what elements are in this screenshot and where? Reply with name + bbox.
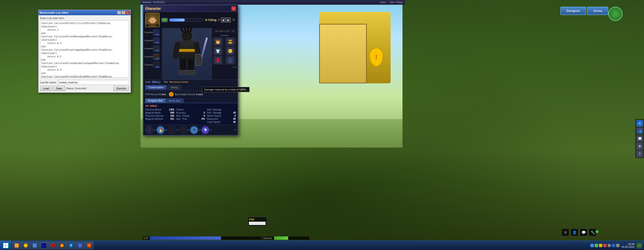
stat-attack-speed: Attack Speed 0 xyxy=(207,114,236,117)
system-tray xyxy=(590,244,620,247)
title-value: Mercenary Hunter xyxy=(169,81,188,83)
taskbar-item-firefox[interactable] xyxy=(58,242,66,249)
equip-slot-3[interactable]: 👕 xyxy=(213,47,223,55)
tray-icon-4[interactable] xyxy=(603,244,606,247)
taskbar-item-avatar[interactable] xyxy=(76,242,84,249)
lua-code-textarea[interactable]: function CalculateFinalCriticalPercent(f… xyxy=(40,20,129,78)
lua-save-btn[interactable]: Save xyxy=(53,86,65,91)
social-btn-4[interactable]: ⚙ xyxy=(636,143,643,150)
costume-slot-5a[interactable]: LV-1 xyxy=(153,62,159,68)
online-status-dot xyxy=(596,230,599,233)
taskbar-item-java[interactable]: J xyxy=(85,242,93,249)
costume-slot-2a[interactable]: LV-1 xyxy=(153,38,159,44)
social-btn-1[interactable]: M xyxy=(636,120,643,127)
lua-filename-row: Lua file name: xyxy=(40,80,129,85)
skill-slot-4[interactable] xyxy=(179,126,187,134)
minimap xyxy=(608,7,622,21)
taskbar-item-coin[interactable] xyxy=(22,242,30,249)
costume-row-2: Costume LV-1 xyxy=(144,37,162,44)
skill-slot-2[interactable]: 🔥 xyxy=(156,126,164,134)
tab-setting[interactable]: Setting xyxy=(168,85,181,90)
equip-icon-6: 👖 xyxy=(227,57,234,64)
char-close-btn[interactable]: × xyxy=(232,6,236,11)
game-icon-4[interactable]: 🔧 xyxy=(589,228,596,236)
char-info-block: LV K-Ching 0 ◀ ▶ 10 xyxy=(162,18,236,22)
skill-slot-6[interactable]: 💎 xyxy=(201,126,209,134)
show-desktop-btn[interactable] xyxy=(636,242,642,248)
chat-label: Chat xyxy=(249,218,266,221)
char-next-btn[interactable]: ▶ xyxy=(226,18,231,22)
equip-icon-3: 👕 xyxy=(214,48,222,54)
tray-icon-5[interactable] xyxy=(608,244,611,247)
stat-jump-speed: Jump Speed 96 xyxy=(207,121,236,123)
stat-critical: Critical xyxy=(176,108,205,111)
stats-grid: Physical Attack 1300 Critical Add. Damag… xyxy=(145,108,236,123)
lua-editor-body: Enter Lua code here: function CalculateF… xyxy=(38,15,130,92)
costume-slot-3a[interactable]: LV-1 xyxy=(153,46,159,52)
social-btn-3[interactable]: 💬 xyxy=(636,135,643,142)
tray-icon-1[interactable] xyxy=(590,244,594,247)
arena-button[interactable]: Arena xyxy=(587,7,608,15)
taskbar-item-skype[interactable]: S xyxy=(67,242,75,249)
stat-empty-1 xyxy=(145,121,174,123)
guild-label: Guild xyxy=(145,81,151,83)
clock-time: 10:06 xyxy=(621,242,634,246)
social-icon-3: 💬 xyxy=(638,137,642,140)
social-icon-5: ? xyxy=(639,152,641,156)
equip-lv-label: LV-1 xyxy=(213,66,237,68)
skill-slot-3[interactable] xyxy=(168,126,176,134)
lua-filename-input[interactable] xyxy=(58,80,129,85)
equip-slot-6[interactable]: 👖 xyxy=(225,56,236,64)
social-btn-5[interactable]: ? xyxy=(636,150,643,157)
lua-maximize-btn[interactable]: □ xyxy=(122,11,125,14)
tray-icon-7[interactable] xyxy=(616,244,620,247)
taskbar-item-picture[interactable] xyxy=(30,242,39,249)
equip-slot-1[interactable]: 👑 xyxy=(213,38,223,46)
taskbar-item-folder[interactable] xyxy=(12,242,21,249)
skill-icon-1 xyxy=(146,127,153,133)
tray-icon-3[interactable] xyxy=(599,244,602,247)
stats-tab-dungeon[interactable]: Dungeon Stat. xyxy=(145,98,166,103)
lua-load-btn[interactable]: Load xyxy=(40,86,52,91)
elsword-title: Elsword - V5.05133.2 xyxy=(142,1,165,4)
win-quad-4 xyxy=(6,246,8,248)
java-icon: J xyxy=(87,243,91,248)
skill-icon-6: 💎 xyxy=(204,128,207,132)
damage-tooltip-text: Damage reduced by a total of 100% . xyxy=(204,88,248,91)
equip-slot-4[interactable]: 😐 xyxy=(225,47,236,55)
start-button[interactable] xyxy=(0,241,12,250)
social-btn-2[interactable]: 👥 xyxy=(636,128,643,134)
game-icon-3[interactable]: 💬 xyxy=(580,228,587,236)
tab-customization[interactable]: Customization xyxy=(145,85,166,90)
costume-slot-4a[interactable]: LV-1 xyxy=(153,54,159,60)
lua-execute-btn[interactable]: Execute xyxy=(113,86,129,91)
stats-tab-arena[interactable]: Arena Stat. xyxy=(166,98,184,103)
tray-icon-2[interactable] xyxy=(595,244,598,247)
game-icon-1[interactable]: ⚙ xyxy=(562,228,569,236)
char-prev-btn[interactable]: ◀ xyxy=(221,18,226,22)
dungeon-button[interactable]: Dungeon xyxy=(560,7,586,15)
social-icon-2: 👥 xyxy=(638,129,642,133)
equip-slot-2[interactable]: 😎 xyxy=(225,38,236,46)
taskbar-right: 10:06 24.05.2015 xyxy=(588,242,644,248)
chat-input[interactable] xyxy=(249,222,266,225)
game-icon-2[interactable]: 👤 xyxy=(571,228,578,236)
pvp-value: 0 wins xyxy=(159,93,166,96)
taskbar-item-elsword[interactable] xyxy=(48,242,57,249)
taskbar-item-cmd[interactable]: >_ xyxy=(40,242,48,249)
char-boot-right xyxy=(188,70,195,75)
tray-icon-6[interactable] xyxy=(612,244,615,247)
lua-code-label: Enter Lua code here: xyxy=(40,17,129,20)
costume-row-5: Costume LV-1 xyxy=(144,61,162,68)
char-xp-fill xyxy=(169,18,185,22)
lua-close-btn[interactable]: × xyxy=(126,11,130,14)
picture-icon xyxy=(33,243,37,248)
skill-slot-1[interactable] xyxy=(145,126,154,134)
costume-row-3: Costume LV-1 xyxy=(144,45,162,52)
skill-slot-5[interactable]: ⚙ xyxy=(190,126,198,134)
equip-slot-5[interactable]: 🥊 xyxy=(213,56,223,64)
char-level-row: LV K-Ching 0 ◀ ▶ 10 xyxy=(162,18,236,22)
costume-slot-1a[interactable]: LV-1 xyxy=(153,29,159,36)
lua-minimize-btn[interactable]: _ xyxy=(117,11,121,14)
costume-label-1: Costume xyxy=(144,31,153,34)
